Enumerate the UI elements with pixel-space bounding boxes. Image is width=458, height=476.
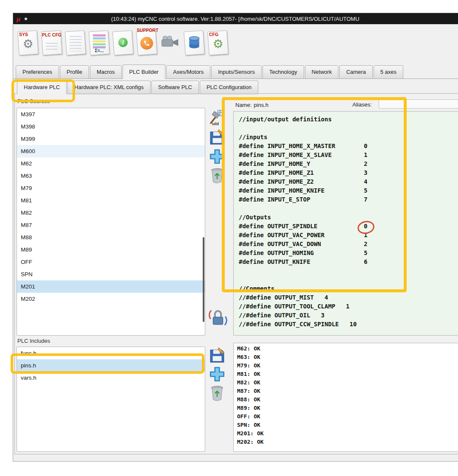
log-line-spn-ok: SPN: OK [237,422,458,430]
code-line-blank[interactable] [239,205,458,214]
save-source-button[interactable] [208,129,226,146]
plc-sources-list: M397M398M399M600M62M63M79M81M82M87M88M89… [17,108,205,336]
code-line-define-input-home-knife-5[interactable]: #define INPUT_HOME_KNIFE 5 [239,187,458,196]
code-line-inputs[interactable]: //inputs [239,134,458,143]
include-item-pins-h[interactable]: pins.h [17,359,205,372]
source-item-off[interactable]: OFF [17,256,205,268]
subtab-hardware-plc[interactable]: Hardware PLC [17,80,67,94]
code-line-define-output-vac-power-1[interactable]: #define OUTPUT_VAC_POWER 1 [239,232,458,241]
tab-profile[interactable]: Profile [60,65,89,79]
subtab-software-plc[interactable]: Software PLC [151,81,199,94]
code-line-define-output-mist-4[interactable]: //#define OUTPUT_MIST 4 [239,294,458,303]
log-line-m89-ok: M89: OK [237,405,458,413]
code-line-blank[interactable] [239,125,458,134]
info-button[interactable]: i [112,28,134,57]
source-item-m82[interactable]: M82 [17,207,205,219]
tab-plc-builder[interactable]: PLC Builder [123,64,165,79]
subtab-plc-configuration[interactable]: PLC Configuration [200,81,258,94]
code-line-input-output-definitions[interactable]: //input/output definitions [239,116,458,125]
tab-macros[interactable]: Macros [90,65,122,79]
source-item-m79[interactable]: M79 [17,182,205,194]
code-line-blank[interactable] [239,267,458,276]
padlock-icon [208,308,228,328]
code-line-define-output-vac-down-2[interactable]: #define OUTPUT_VAC_DOWN 2 [239,241,458,249]
code-line-define-output-homing-5[interactable]: #define OUTPUT_HOMING 5 [239,249,458,258]
tab-5-axes[interactable]: 5 axes [374,65,403,79]
log-line-m87-ok: M87: OK [237,388,458,396]
tab-axes-motors[interactable]: Axes/Motors [166,65,210,79]
code-line-define-input-home-z2-4[interactable]: #define INPUT_HOME_Z2 4 [239,178,458,187]
tab-technology[interactable]: Technology [263,65,304,79]
code-line-define-input-home-z1-3[interactable]: #define INPUT_HOME_Z1 3 [239,169,458,178]
support-label: SUPPORT [134,28,161,33]
add-include-button[interactable] [208,365,226,383]
title-bar[interactable]: μ ★ (10:43:24) myCNC control software. V… [13,13,458,24]
aliases-label: Aliases: [352,101,372,108]
source-item-m63[interactable]: M63 [17,170,205,182]
source-item-m399[interactable]: M399 [17,133,205,145]
code-line-define-input-home-x-master-0[interactable]: #define INPUT_HOME_X_MASTER 0 [239,143,458,151]
code-line-comments[interactable]: //Comments [239,285,458,294]
log-line-m201-ok: M201: OK [237,430,458,439]
support-button[interactable]: SUPPORT [135,28,158,57]
source-item-spn[interactable]: SPN [17,268,205,280]
tab-camera[interactable]: Camera [339,65,372,79]
save-include-button[interactable] [208,347,226,364]
document-lines-icon [70,36,81,51]
delete-source-button[interactable] [208,166,226,184]
cfg-button[interactable]: CFG ⚙ [207,28,229,57]
source-item-m202[interactable]: M202 [17,293,205,305]
code-line-blank[interactable] [239,276,458,285]
trash-icon [208,166,226,184]
log-line-m202-ok: M202: OK [237,439,458,447]
aliases-input[interactable] [379,99,458,109]
tab-preferences[interactable]: Preferences [16,65,59,79]
source-item-m397[interactable]: M397 [17,108,205,120]
tab-network[interactable]: Network [305,65,339,79]
code-line-define-output-oil-3[interactable]: //#define OUTPUT_OIL 3 [239,312,458,321]
code-lines: //input/output definitions//inputs#defin… [234,112,458,330]
window-title: (10:43:24) myCNC control software. Ver:1… [111,16,359,22]
log-line-m82-ok: M82: OK [237,379,458,388]
code-line-define-output-tool-clamp-1[interactable]: //#define OUTPUT_TOOL_CLAMP 1 [239,303,458,312]
app-logo-icon: μ [17,15,20,22]
source-item-m62[interactable]: M62 [17,157,205,170]
delete-include-button[interactable] [208,384,226,402]
sys-settings-button[interactable]: SYS ⚙ [17,28,39,57]
build-button[interactable]: uild [208,109,226,126]
source-item-m201[interactable]: M201 [17,280,205,293]
plc-cfg-label: PLC CFG [40,33,63,37]
build-label: uild [212,122,219,126]
include-item-vars-h[interactable]: vars.h [17,372,205,384]
plc-code-editor[interactable]: //input/output definitions//inputs#defin… [233,111,458,336]
source-item-m398[interactable]: M398 [17,120,205,133]
log-line-off-ok: OFF: OK [237,413,458,422]
lock-unlock-button[interactable] [208,308,228,328]
source-item-m600[interactable]: M600 [17,145,205,157]
colored-lines-icon [93,34,106,48]
code-line-define-input-home-y-2[interactable]: #define INPUT_HOME_Y 2 [239,160,458,169]
code-line-define-input-home-x-slave-1[interactable]: #define INPUT_HOME_X_SLAVE 1 [239,151,458,160]
code-line-outputs[interactable]: //Outputs [239,214,458,223]
camera-button[interactable] [159,28,182,57]
log-line-m81-ok: M81: OK [237,371,458,379]
database-button[interactable] [183,28,206,57]
scrollbar-thumb[interactable] [203,237,204,322]
macro-list-button[interactable]: Σ=... [88,28,111,57]
code-line-define-input-e-stop-7[interactable]: #define INPUT_E_STOP 7 [239,196,458,205]
document-lines-icon [46,43,58,50]
add-source-button[interactable] [208,148,226,165]
file-name-row: Name: pins.h [235,100,268,109]
code-line-define-output-spindle-0[interactable]: #define OUTPUT_SPINDLE 0 [239,223,458,232]
document-button[interactable] [64,28,87,57]
source-item-m81[interactable]: M81 [17,194,205,207]
subtab-hardware-plc-xml-configs[interactable]: Hardware PLC: XML configs [67,81,151,94]
source-item-m89[interactable]: M89 [17,244,205,256]
plc-cfg-button[interactable]: PLC CFG [40,28,63,57]
tab-inputs-sensors[interactable]: Inputs/Sensors [211,65,262,79]
code-line-define-output-ccw-spindle-10[interactable]: //#define OUTPUT_CCW_SPINDLE 10 [239,321,458,330]
source-item-m87[interactable]: M87 [17,219,205,231]
source-item-m88[interactable]: M88 [17,231,205,244]
code-line-define-output-knife-6[interactable]: #define OUTPUT_KNIFE 6 [239,258,458,267]
include-item-func-h[interactable]: func.h [17,347,205,359]
